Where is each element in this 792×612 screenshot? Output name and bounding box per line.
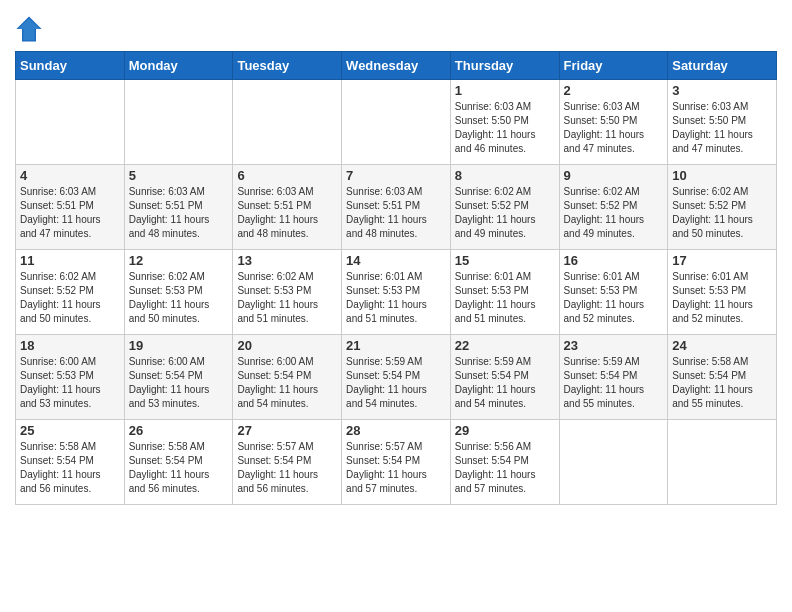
day-info: Sunrise: 6:00 AM Sunset: 5:54 PM Dayligh… <box>237 355 337 411</box>
calendar-cell: 11 Sunrise: 6:02 AM Sunset: 5:52 PM Dayl… <box>16 250 125 335</box>
weekday-header: Friday <box>559 52 668 80</box>
daylight-text: Daylight: 11 hours and 48 minutes. <box>129 214 210 239</box>
sunrise-text: Sunrise: 6:00 AM <box>20 356 96 367</box>
calendar-week-row: 11 Sunrise: 6:02 AM Sunset: 5:52 PM Dayl… <box>16 250 777 335</box>
calendar-cell: 22 Sunrise: 5:59 AM Sunset: 5:54 PM Dayl… <box>450 335 559 420</box>
sunrise-text: Sunrise: 5:58 AM <box>20 441 96 452</box>
sunset-text: Sunset: 5:54 PM <box>237 455 311 466</box>
calendar-cell: 15 Sunrise: 6:01 AM Sunset: 5:53 PM Dayl… <box>450 250 559 335</box>
calendar-cell: 21 Sunrise: 5:59 AM Sunset: 5:54 PM Dayl… <box>342 335 451 420</box>
sunrise-text: Sunrise: 6:03 AM <box>237 186 313 197</box>
day-number: 12 <box>129 253 229 268</box>
day-number: 5 <box>129 168 229 183</box>
sunrise-text: Sunrise: 6:01 AM <box>672 271 748 282</box>
logo <box>15 15 47 43</box>
daylight-text: Daylight: 11 hours and 55 minutes. <box>564 384 645 409</box>
calendar-cell <box>233 80 342 165</box>
day-number: 26 <box>129 423 229 438</box>
calendar-cell: 13 Sunrise: 6:02 AM Sunset: 5:53 PM Dayl… <box>233 250 342 335</box>
weekday-header: Monday <box>124 52 233 80</box>
sunset-text: Sunset: 5:53 PM <box>129 285 203 296</box>
calendar-cell: 1 Sunrise: 6:03 AM Sunset: 5:50 PM Dayli… <box>450 80 559 165</box>
calendar-cell: 4 Sunrise: 6:03 AM Sunset: 5:51 PM Dayli… <box>16 165 125 250</box>
daylight-text: Daylight: 11 hours and 51 minutes. <box>237 299 318 324</box>
sunset-text: Sunset: 5:54 PM <box>129 370 203 381</box>
sunrise-text: Sunrise: 5:56 AM <box>455 441 531 452</box>
day-info: Sunrise: 6:00 AM Sunset: 5:53 PM Dayligh… <box>20 355 120 411</box>
day-info: Sunrise: 5:56 AM Sunset: 5:54 PM Dayligh… <box>455 440 555 496</box>
calendar-table: SundayMondayTuesdayWednesdayThursdayFrid… <box>15 51 777 505</box>
day-number: 16 <box>564 253 664 268</box>
daylight-text: Daylight: 11 hours and 49 minutes. <box>564 214 645 239</box>
day-info: Sunrise: 6:01 AM Sunset: 5:53 PM Dayligh… <box>455 270 555 326</box>
daylight-text: Daylight: 11 hours and 46 minutes. <box>455 129 536 154</box>
sunset-text: Sunset: 5:53 PM <box>564 285 638 296</box>
day-number: 20 <box>237 338 337 353</box>
day-info: Sunrise: 6:02 AM Sunset: 5:52 PM Dayligh… <box>672 185 772 241</box>
sunset-text: Sunset: 5:54 PM <box>564 370 638 381</box>
sunset-text: Sunset: 5:53 PM <box>20 370 94 381</box>
calendar-week-row: 25 Sunrise: 5:58 AM Sunset: 5:54 PM Dayl… <box>16 420 777 505</box>
daylight-text: Daylight: 11 hours and 52 minutes. <box>564 299 645 324</box>
day-number: 14 <box>346 253 446 268</box>
calendar-cell: 5 Sunrise: 6:03 AM Sunset: 5:51 PM Dayli… <box>124 165 233 250</box>
sunset-text: Sunset: 5:54 PM <box>20 455 94 466</box>
header <box>15 10 777 43</box>
day-number: 29 <box>455 423 555 438</box>
calendar-cell: 9 Sunrise: 6:02 AM Sunset: 5:52 PM Dayli… <box>559 165 668 250</box>
calendar-cell: 24 Sunrise: 5:58 AM Sunset: 5:54 PM Dayl… <box>668 335 777 420</box>
calendar-cell: 16 Sunrise: 6:01 AM Sunset: 5:53 PM Dayl… <box>559 250 668 335</box>
day-info: Sunrise: 5:57 AM Sunset: 5:54 PM Dayligh… <box>346 440 446 496</box>
day-info: Sunrise: 6:03 AM Sunset: 5:51 PM Dayligh… <box>346 185 446 241</box>
sunrise-text: Sunrise: 6:03 AM <box>20 186 96 197</box>
day-number: 2 <box>564 83 664 98</box>
sunset-text: Sunset: 5:54 PM <box>346 455 420 466</box>
day-number: 9 <box>564 168 664 183</box>
sunset-text: Sunset: 5:53 PM <box>237 285 311 296</box>
sunset-text: Sunset: 5:52 PM <box>672 200 746 211</box>
calendar-cell <box>16 80 125 165</box>
weekday-header: Wednesday <box>342 52 451 80</box>
sunset-text: Sunset: 5:54 PM <box>346 370 420 381</box>
sunrise-text: Sunrise: 6:02 AM <box>129 271 205 282</box>
calendar-cell: 7 Sunrise: 6:03 AM Sunset: 5:51 PM Dayli… <box>342 165 451 250</box>
sunrise-text: Sunrise: 6:03 AM <box>129 186 205 197</box>
day-info: Sunrise: 6:00 AM Sunset: 5:54 PM Dayligh… <box>129 355 229 411</box>
weekday-header: Sunday <box>16 52 125 80</box>
day-info: Sunrise: 5:58 AM Sunset: 5:54 PM Dayligh… <box>129 440 229 496</box>
day-number: 18 <box>20 338 120 353</box>
calendar-cell: 12 Sunrise: 6:02 AM Sunset: 5:53 PM Dayl… <box>124 250 233 335</box>
daylight-text: Daylight: 11 hours and 50 minutes. <box>129 299 210 324</box>
day-info: Sunrise: 6:02 AM Sunset: 5:53 PM Dayligh… <box>237 270 337 326</box>
calendar-cell: 19 Sunrise: 6:00 AM Sunset: 5:54 PM Dayl… <box>124 335 233 420</box>
daylight-text: Daylight: 11 hours and 54 minutes. <box>455 384 536 409</box>
sunset-text: Sunset: 5:54 PM <box>455 455 529 466</box>
sunset-text: Sunset: 5:50 PM <box>455 115 529 126</box>
sunrise-text: Sunrise: 6:03 AM <box>672 101 748 112</box>
sunset-text: Sunset: 5:53 PM <box>672 285 746 296</box>
sunrise-text: Sunrise: 6:03 AM <box>346 186 422 197</box>
sunset-text: Sunset: 5:52 PM <box>20 285 94 296</box>
sunrise-text: Sunrise: 6:02 AM <box>564 186 640 197</box>
sunset-text: Sunset: 5:54 PM <box>237 370 311 381</box>
daylight-text: Daylight: 11 hours and 47 minutes. <box>20 214 101 239</box>
day-info: Sunrise: 6:01 AM Sunset: 5:53 PM Dayligh… <box>672 270 772 326</box>
daylight-text: Daylight: 11 hours and 53 minutes. <box>20 384 101 409</box>
daylight-text: Daylight: 11 hours and 57 minutes. <box>346 469 427 494</box>
calendar-cell <box>559 420 668 505</box>
sunset-text: Sunset: 5:54 PM <box>455 370 529 381</box>
day-info: Sunrise: 5:58 AM Sunset: 5:54 PM Dayligh… <box>672 355 772 411</box>
day-info: Sunrise: 5:59 AM Sunset: 5:54 PM Dayligh… <box>564 355 664 411</box>
calendar-week-row: 4 Sunrise: 6:03 AM Sunset: 5:51 PM Dayli… <box>16 165 777 250</box>
sunset-text: Sunset: 5:51 PM <box>20 200 94 211</box>
sunset-text: Sunset: 5:52 PM <box>455 200 529 211</box>
sunrise-text: Sunrise: 6:02 AM <box>20 271 96 282</box>
day-number: 21 <box>346 338 446 353</box>
calendar-week-row: 1 Sunrise: 6:03 AM Sunset: 5:50 PM Dayli… <box>16 80 777 165</box>
day-number: 28 <box>346 423 446 438</box>
day-number: 23 <box>564 338 664 353</box>
calendar-cell: 2 Sunrise: 6:03 AM Sunset: 5:50 PM Dayli… <box>559 80 668 165</box>
daylight-text: Daylight: 11 hours and 51 minutes. <box>346 299 427 324</box>
calendar-cell: 6 Sunrise: 6:03 AM Sunset: 5:51 PM Dayli… <box>233 165 342 250</box>
day-number: 7 <box>346 168 446 183</box>
